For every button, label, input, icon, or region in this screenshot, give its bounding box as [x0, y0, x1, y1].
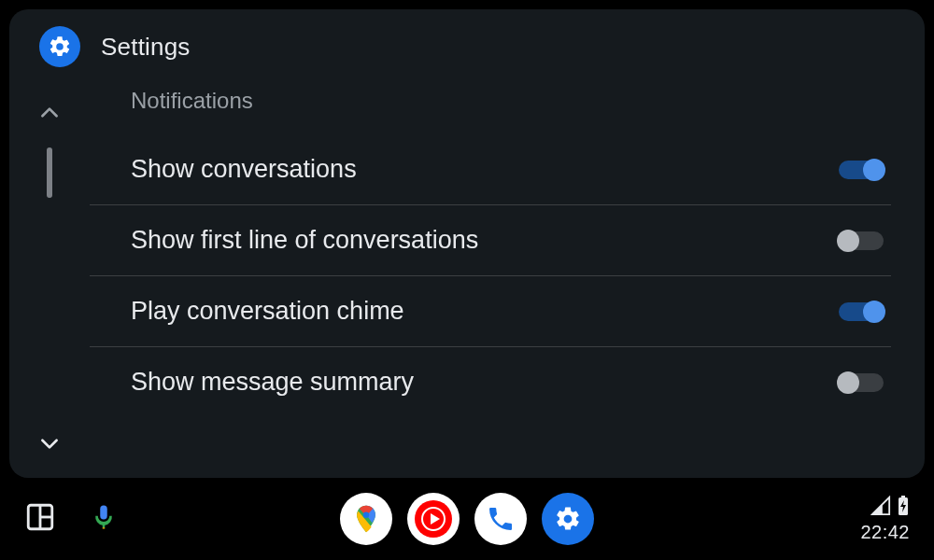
svg-rect-3	[103, 527, 106, 528]
mic-icon[interactable]	[90, 503, 118, 535]
maps-app-icon[interactable]	[340, 493, 392, 545]
toggle-show-conversations[interactable]	[839, 161, 884, 179]
signal-icon	[870, 496, 891, 520]
scroll-nav	[9, 88, 90, 478]
scroll-down-button[interactable]	[32, 426, 67, 465]
scrollbar-track[interactable]	[47, 147, 52, 413]
app-dock	[340, 493, 594, 545]
panel-header: Settings	[9, 26, 925, 88]
setting-label: Play conversation chime	[131, 297, 404, 326]
scroll-up-button[interactable]	[32, 95, 67, 134]
section-title: Notifications	[90, 88, 891, 134]
screen: Settings Notifications Show conversation…	[0, 0, 934, 560]
setting-label: Show conversations	[131, 155, 357, 184]
toggle-play-chime[interactable]	[839, 302, 884, 321]
setting-row-show-conversations[interactable]: Show conversations	[90, 134, 891, 205]
status-area: 22:42	[860, 496, 910, 543]
settings-list: Notifications Show conversations Show fi…	[90, 88, 925, 478]
gear-icon	[39, 26, 80, 67]
page-title: Settings	[101, 33, 191, 62]
battery-charging-icon	[897, 496, 910, 520]
clock: 22:42	[860, 522, 910, 543]
setting-label: Show message summary	[131, 368, 414, 397]
nav-bar: 22:42	[0, 478, 934, 560]
nav-left	[24, 501, 118, 537]
youtube-music-app-icon[interactable]	[407, 493, 460, 545]
toggle-show-first-line[interactable]	[839, 231, 884, 250]
svg-rect-9	[901, 496, 905, 497]
settings-app-icon[interactable]	[542, 493, 594, 545]
scrollbar-thumb[interactable]	[47, 147, 52, 198]
phone-app-icon[interactable]	[474, 493, 527, 545]
toggle-show-summary[interactable]	[839, 373, 884, 392]
setting-label: Show first line of conversations	[131, 226, 478, 255]
panel-body: Notifications Show conversations Show fi…	[9, 88, 925, 478]
status-icons	[870, 496, 910, 520]
setting-row-play-chime[interactable]: Play conversation chime	[90, 276, 891, 347]
setting-row-show-summary[interactable]: Show message summary	[90, 347, 891, 417]
settings-panel: Settings Notifications Show conversation…	[9, 9, 925, 478]
svg-point-4	[363, 511, 370, 518]
app-launcher-icon[interactable]	[24, 501, 56, 537]
setting-row-show-first-line[interactable]: Show first line of conversations	[90, 205, 891, 276]
